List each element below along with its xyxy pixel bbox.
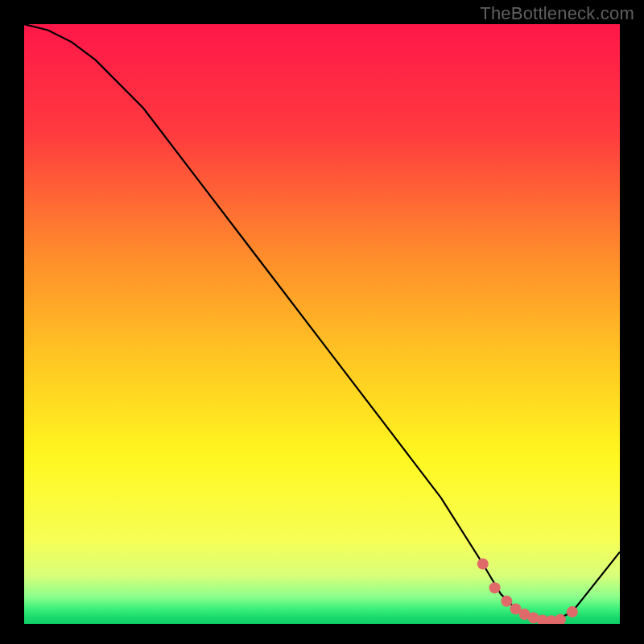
plot-area [24,24,620,624]
marker-dot [501,596,512,607]
chart-stage: TheBottleneck.com [0,0,644,644]
marker-dot [477,559,489,570]
marker-dot [489,582,501,593]
marker-dot [567,606,578,617]
watermark-text: TheBottleneck.com [480,3,634,24]
plot-svg [24,24,620,624]
gradient-fill-rect [24,24,620,624]
